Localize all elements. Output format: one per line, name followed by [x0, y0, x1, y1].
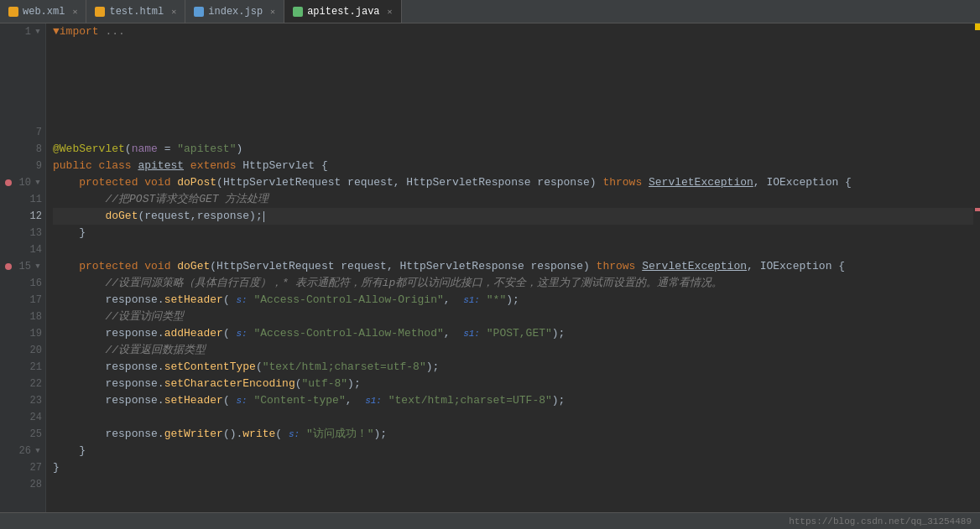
- cursor: [263, 211, 264, 222]
- code-line-20: //设置返回数据类型: [53, 342, 973, 359]
- line-number-15: 15: [14, 261, 31, 272]
- line-number-12: 12: [25, 210, 42, 222]
- tab-apitest-java[interactable]: apitest.java ✕: [284, 0, 401, 23]
- label-s-19: s:: [236, 325, 247, 342]
- kw-throws-10: throws: [602, 174, 649, 191]
- line-meta-16: 16: [0, 275, 45, 292]
- comment-20: //设置返回数据类型: [105, 342, 206, 359]
- line-number-27: 27: [25, 462, 42, 474]
- line-number-1: 1: [14, 26, 31, 38]
- code-line-14: [53, 241, 973, 258]
- kw-class-9: class: [99, 158, 138, 174]
- line-number-8: 8: [25, 143, 42, 155]
- tab-bar: web.xml ✕ test.html ✕ index.jsp ✕ apites…: [0, 0, 980, 23]
- method-setcontenttype-21: setContentType: [164, 359, 256, 376]
- tab-close-index-jsp[interactable]: ✕: [270, 7, 275, 17]
- fold-icon-26[interactable]: ▼: [34, 447, 42, 455]
- line-gutter: 1 ▼ 7 8 9 10 ▼ 11 12: [0, 23, 46, 512]
- line-number-9: 9: [25, 160, 42, 172]
- paren-open-8: (: [125, 141, 132, 158]
- exception-servlet-10: ServletException: [649, 174, 753, 191]
- line-meta-8: 8: [0, 141, 45, 158]
- code-line-18: //设置访问类型: [53, 309, 973, 325]
- line-meta-24: 24: [0, 409, 45, 426]
- code-line-11: //把POST请求交给GET 方法处理: [53, 191, 973, 208]
- annotation-webservlet: @WebServlet: [53, 141, 125, 158]
- code-line-19: response . addHeader ( s: "Access-Contro…: [53, 325, 973, 342]
- tab-icon-test-html: [95, 7, 105, 17]
- kw-public-9: public: [53, 158, 99, 174]
- line-number-22: 22: [25, 378, 42, 390]
- import-dots: [99, 23, 106, 40]
- kw-void-15: void: [144, 258, 177, 275]
- method-setheader-17: setHeader: [164, 292, 223, 309]
- line-number-24: 24: [25, 412, 42, 423]
- line-number-14: 14: [25, 244, 42, 256]
- code-line-23: response . setHeader ( s: "Content-type"…: [53, 392, 973, 409]
- code-content[interactable]: ▼import ... @WebServlet ( name = "apites…: [46, 23, 973, 512]
- breakpoint-10: [5, 179, 12, 186]
- tab-web-xml[interactable]: web.xml ✕: [0, 0, 86, 23]
- tab-label-test-html: test.html: [109, 6, 164, 18]
- method-doget: doGet: [177, 258, 210, 275]
- line-meta-14: 14: [0, 241, 45, 258]
- tab-close-apitest-java[interactable]: ✕: [388, 7, 393, 17]
- gutter-spacer: [0, 57, 45, 124]
- line-meta-20: 20: [0, 342, 45, 359]
- tab-label-index-jsp: index.jsp: [208, 6, 263, 18]
- line-number-11: 11: [25, 194, 42, 205]
- param-response-10: response: [537, 174, 589, 191]
- kw-throws-15: throws: [597, 258, 643, 275]
- code-line-12: doGet ( request , response );: [53, 208, 973, 225]
- str-utf8-22: "utf-8": [302, 376, 348, 392]
- str-content-type-21: "text/html;charset=utf-8": [263, 359, 426, 376]
- param-resp-12: response: [197, 208, 249, 225]
- str-post-get-19: "POST,GET": [487, 325, 552, 342]
- line-meta-13: 13: [0, 225, 45, 241]
- tab-close-test-html[interactable]: ✕: [171, 7, 176, 17]
- code-line-4: [53, 74, 973, 91]
- str-access-control-method-19: "Access-Control-Allow-Method": [254, 325, 444, 342]
- tab-index-jsp[interactable]: index.jsp ✕: [185, 0, 284, 23]
- classname-apitest: apitest: [138, 158, 184, 174]
- kw-protected-15: protected: [79, 258, 144, 275]
- code-line-15: protected void doGet ( HttpServletReques…: [53, 258, 973, 275]
- str-success-25: "访问成功！": [306, 426, 374, 443]
- param-req-12: request: [144, 208, 190, 225]
- code-line-16: //设置同源策略（具体自行百度），* 表示通配符，所有ip都可以访问此接口，不安…: [53, 275, 973, 292]
- code-line-17: response . setHeader ( s: "Access-Contro…: [53, 292, 973, 309]
- line-meta-9: 9: [0, 158, 45, 174]
- param-response-15: response: [531, 258, 583, 275]
- tab-test-html[interactable]: test.html ✕: [86, 0, 185, 23]
- type-httpservletresponse-10: HttpServletResponse: [406, 174, 537, 191]
- type-httpservletresponse-15: HttpServletResponse: [400, 258, 531, 275]
- line-meta-2: [0, 40, 45, 57]
- code-line-10: protected void doPost ( HttpServletReque…: [53, 174, 973, 191]
- line-meta-26: 26 ▼: [0, 443, 45, 459]
- type-httpservletrequest-15: HttpServletRequest: [216, 258, 341, 275]
- code-line-26: }: [53, 443, 973, 459]
- label-s-25: s:: [289, 426, 300, 443]
- fold-icon-10[interactable]: ▼: [34, 179, 42, 187]
- code-line-9: public class apitest extends HttpServlet…: [53, 158, 973, 174]
- line-number-23: 23: [25, 395, 42, 407]
- param-request-15: request: [341, 258, 387, 275]
- tab-close-web-xml[interactable]: ✕: [72, 7, 77, 17]
- type-httpservletrequest-10: HttpServletRequest: [223, 174, 347, 191]
- tab-icon-apitest-java: [293, 7, 303, 17]
- str-access-control-17: "Access-Control-Allow-Origin": [254, 292, 444, 309]
- type-httpservlet: HttpServlet: [242, 158, 321, 174]
- scroll-marker-red: [975, 208, 980, 211]
- line-number-20: 20: [25, 345, 42, 356]
- line-meta-10: 10 ▼: [0, 174, 45, 191]
- param-request-10: request: [347, 174, 394, 191]
- code-line-5: [53, 91, 973, 107]
- method-doget-12: doGet: [105, 208, 138, 225]
- code-line-25: response . getWriter (). write ( s: "访问成…: [53, 426, 973, 443]
- fold-icon-15[interactable]: ▼: [34, 262, 42, 271]
- line-meta-7: 7: [0, 124, 45, 141]
- line-number-28: 28: [25, 479, 42, 490]
- str-star-17: "*": [487, 292, 506, 309]
- line-meta-1: 1 ▼: [0, 23, 45, 40]
- fold-icon-1[interactable]: ▼: [34, 28, 42, 36]
